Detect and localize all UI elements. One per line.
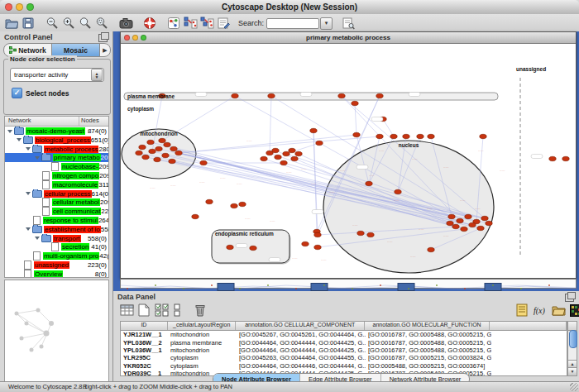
network-node[interactable] — [480, 134, 486, 138]
search-input[interactable] — [266, 18, 319, 29]
network-node[interactable] — [452, 224, 459, 228]
formula-builder-icon[interactable]: f(x) — [532, 302, 548, 318]
network-node[interactable] — [154, 157, 160, 161]
unselect-attributes-icon[interactable] — [170, 302, 187, 318]
network-node[interactable] — [139, 145, 146, 149]
network-node[interactable] — [403, 134, 409, 138]
network-node[interactable] — [162, 153, 169, 157]
network-node[interactable] — [316, 141, 323, 145]
column-header--cellularlayoutregion[interactable]: _cellularLayoutRegion — [168, 322, 237, 330]
network-node[interactable] — [481, 216, 488, 220]
network-node[interactable] — [295, 151, 302, 155]
tree-row-mosaic-demo-yeast[interactable]: mosaic-demo-yeast874(0) — [5, 127, 108, 136]
column-header-id[interactable]: ID — [121, 322, 168, 330]
tree-row-secretion[interactable]: secretion41(0) — [5, 242, 108, 251]
network-node[interactable] — [465, 214, 471, 218]
float-data-panel-icon[interactable] — [565, 294, 574, 302]
tree-row-multi-organism-pro[interactable]: multi-organism pro42(0) — [5, 251, 108, 261]
network-node[interactable] — [283, 151, 290, 155]
import-attributes-icon[interactable] — [550, 302, 567, 318]
network-node[interactable] — [227, 245, 233, 249]
network-node[interactable] — [272, 148, 279, 152]
network-node[interactable] — [170, 146, 177, 151]
float-panel-icon[interactable] — [98, 34, 108, 42]
network-edge[interactable] — [179, 135, 356, 153]
network-node[interactable] — [428, 247, 434, 251]
attribute-list-icon[interactable] — [514, 302, 530, 318]
open-file-icon[interactable] — [3, 15, 20, 31]
tree-col-network[interactable]: Network — [5, 117, 79, 126]
network-node[interactable] — [357, 231, 364, 235]
network-node[interactable] — [169, 159, 175, 163]
tree-row-macromolecule[interactable]: macromolecule311(0) — [5, 180, 108, 189]
zoom-in-icon[interactable] — [60, 15, 77, 31]
select-attributes-icon[interactable] — [153, 302, 170, 318]
disclosure-triangle-icon[interactable] — [26, 147, 31, 151]
tree-row-establishment-of-lo[interactable]: establishment of lo558(0) — [5, 225, 108, 234]
tree-col-nodes[interactable]: Nodes — [79, 117, 108, 126]
network-node[interactable] — [314, 245, 321, 249]
table-scrollbar[interactable]: ▲ ▼ — [567, 321, 577, 376]
disclosure-triangle-icon[interactable] — [7, 130, 12, 133]
tree-row-nucleobase-[interactable]: nucleobase-209(0) — [5, 162, 108, 171]
save-session-icon[interactable] — [20, 15, 36, 31]
network-node[interactable] — [549, 156, 556, 160]
tab-mosaic[interactable]: Mosaic — [51, 44, 99, 56]
network-node[interactable] — [366, 181, 372, 185]
scrollbar-thumb[interactable] — [569, 330, 577, 348]
network-node[interactable] — [149, 149, 156, 153]
network-node[interactable] — [175, 151, 182, 155]
tab-network[interactable]: Network — [4, 44, 51, 56]
network-node[interactable] — [268, 93, 275, 98]
tree-row-cell-communicat[interactable]: cell communicat22(0) — [5, 207, 108, 216]
zoom-selected-icon[interactable] — [93, 15, 110, 31]
matrix-view-icon[interactable] — [567, 302, 579, 318]
network-node[interactable] — [338, 93, 345, 98]
network-node[interactable] — [302, 241, 309, 246]
disclosure-triangle-icon[interactable] — [26, 192, 31, 195]
select-nodes-checkbox[interactable]: ✓ — [12, 88, 22, 98]
resize-grip[interactable] — [570, 383, 578, 391]
network-node[interactable] — [250, 246, 256, 250]
network-node[interactable] — [232, 93, 238, 98]
network-node[interactable] — [477, 226, 484, 230]
network-node[interactable] — [353, 132, 360, 136]
table-row-ypl036w__1[interactable]: YPL036W__1mitochondrion[GO:0044464, GO:0… — [121, 347, 567, 354]
network-node[interactable] — [239, 202, 246, 206]
table-row-ykr052c[interactable]: YKR052Ccytoplasm[GO:0044464, GO:0044446,… — [121, 362, 567, 370]
tree-row-unassigned[interactable]: unassigned223(0) — [5, 261, 108, 270]
delete-attribute-icon[interactable] — [192, 302, 208, 318]
tree-row-overview[interactable]: Overview8(0) — [5, 270, 108, 278]
network-canvas[interactable]: ········································… — [121, 43, 576, 278]
network-edge[interactable] — [383, 119, 394, 136]
tree-row-nitrogen-compo[interactable]: nitrogen compo209(0) — [5, 171, 108, 180]
tree-row-primary-metabo[interactable]: primary metabo209(... — [5, 153, 108, 162]
node-color-dropdown[interactable]: transporter activity ▲▼ — [10, 68, 104, 82]
network-node[interactable] — [192, 214, 199, 218]
network-node[interactable] — [486, 221, 492, 225]
network-node[interactable] — [417, 134, 423, 138]
network-edge[interactable] — [270, 96, 271, 153]
network-node[interactable] — [447, 221, 453, 225]
network-node[interactable] — [291, 156, 298, 160]
network-node[interactable] — [310, 128, 317, 132]
column-header-annotation-go-cellular-component[interactable]: annotation.GO CELLULAR_COMPONENT — [236, 322, 364, 330]
disclosure-triangle-icon[interactable] — [17, 138, 22, 141]
disclosure-triangle-icon[interactable] — [26, 227, 31, 231]
tree-row-cellular-metabol[interactable]: cellular metabol209(0) — [5, 198, 108, 207]
annotation-icon[interactable] — [215, 15, 232, 31]
network-node[interactable] — [159, 138, 165, 142]
network-node[interactable] — [280, 160, 287, 165]
help-icon[interactable] — [141, 15, 158, 31]
network-node[interactable] — [275, 155, 281, 159]
tree-row-metabolic-process[interactable]: metabolic process280(0) — [5, 145, 108, 154]
tree-row-response-to-stimul[interactable]: response to stimul264(0) — [5, 216, 108, 225]
new-attribute-icon[interactable] — [136, 302, 152, 318]
layout-by-degree-icon[interactable] — [199, 15, 215, 31]
network-node[interactable] — [367, 232, 374, 237]
birdseye-view[interactable] — [4, 280, 109, 392]
network-node[interactable] — [469, 222, 476, 227]
network-node[interactable] — [457, 218, 463, 222]
tab-overflow-arrow[interactable]: ▶ — [99, 44, 110, 56]
network-node[interactable] — [136, 151, 142, 155]
